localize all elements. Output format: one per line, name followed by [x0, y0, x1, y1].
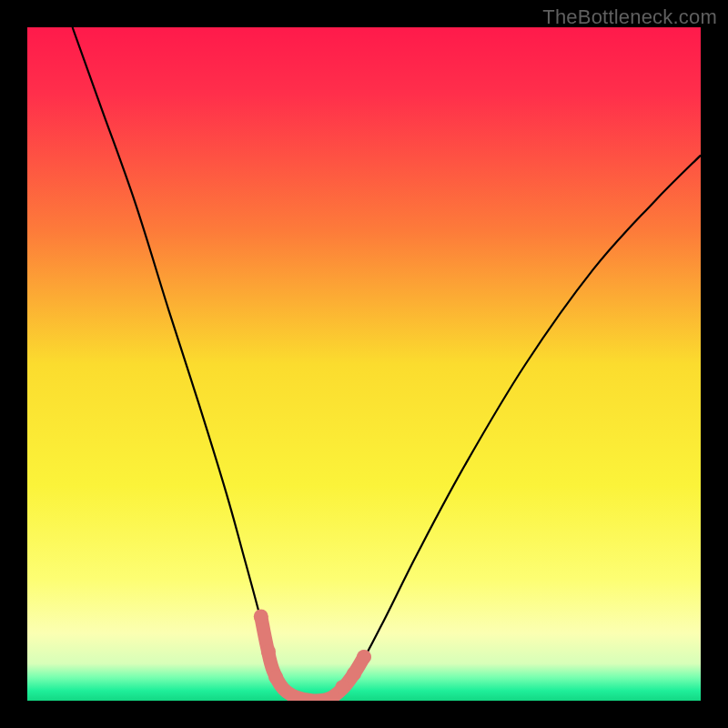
valley-marker [357, 650, 371, 664]
watermark-text: TheBottleneck.com [542, 5, 717, 29]
outer-frame: TheBottleneck.com [0, 0, 728, 728]
curve-layer [27, 27, 701, 701]
valley-marker [347, 666, 361, 681]
valley-marker [261, 644, 276, 659]
plot-area [27, 27, 701, 701]
bottleneck-curve [73, 27, 701, 701]
valley-marker [254, 610, 268, 624]
valley-marker [268, 670, 283, 684]
valley-marker [335, 680, 349, 694]
